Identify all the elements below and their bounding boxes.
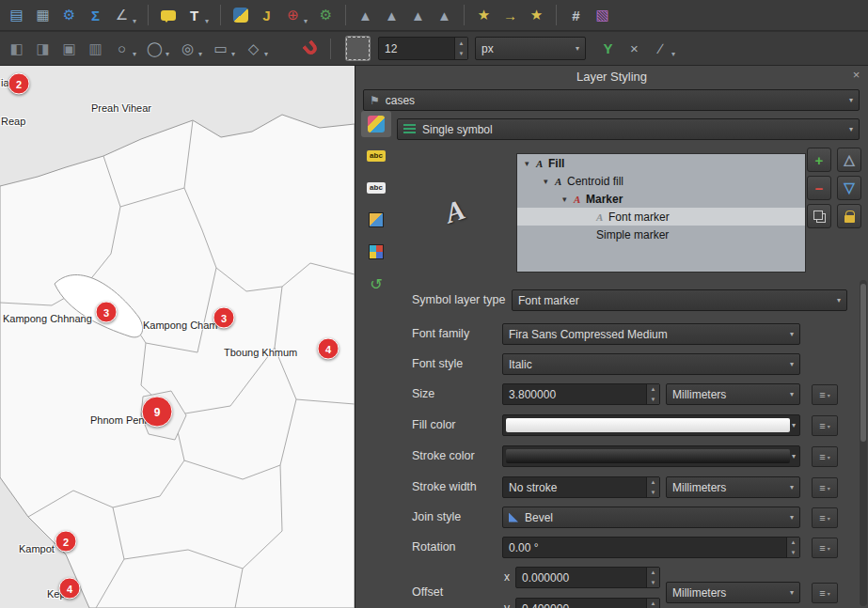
line-tool-icon[interactable]: ∕ [649,37,672,60]
options-gear-icon[interactable]: ⚙ [57,4,81,27]
diagram-options-icon[interactable]: ▲ [433,4,456,27]
data-defined-override-button[interactable]: ≡▾ [812,538,838,558]
move-up-button[interactable]: △ [837,148,861,172]
labeling-icon[interactable]: ▲ [354,4,377,27]
layer-selector[interactable]: ⚑ cases ▾ [363,89,860,111]
scrollbar-handle[interactable] [860,284,866,442]
rotate-feature-icon[interactable]: ▣ [57,37,81,60]
stroke-width-input[interactable]: No stroke ▲ ▼ [502,476,660,498]
font-family-select[interactable]: Fira Sans Compressed Medium ▾ [502,323,800,345]
case-count-marker[interactable]: 4 [318,338,339,360]
spinner-steppers[interactable]: ▲ ▼ [646,568,659,587]
layout-icon[interactable]: ▧ [591,4,614,27]
copy-move-icon[interactable]: ◨ [31,37,55,60]
annotation-bubble-icon[interactable] [156,4,180,27]
grid-icon[interactable]: # [564,4,588,27]
duplicate-button[interactable] [807,204,831,228]
close-icon[interactable]: × [849,69,863,83]
spin-up-icon[interactable]: ▲ [647,477,659,488]
panel-scrollbar[interactable] [860,280,867,606]
unit-select[interactable]: px ▾ [475,37,586,60]
attribute-table-icon[interactable]: ▦ [31,4,55,27]
case-count-marker[interactable]: 9 [142,397,173,428]
spin-up-icon[interactable]: ▲ [647,384,659,395]
tree-item-marker[interactable]: ▾ A Marker [517,190,805,208]
spin-up-icon[interactable]: ▲ [647,568,659,578]
spinner-steppers[interactable]: ▲ ▼ [786,538,799,557]
expander-icon[interactable]: ▾ [544,177,555,186]
decoration-arrow-icon[interactable]: → [498,4,522,27]
data-defined-override-button[interactable]: ≡▾ [812,446,838,467]
simplify-feature-icon[interactable]: ▥ [84,37,107,60]
labels-tab[interactable]: abc [361,143,391,169]
chevron-down-icon[interactable]: ▾ [671,50,679,58]
offset-x-input[interactable]: 0.000000 ▲ ▼ [515,567,660,588]
mask-tab[interactable]: abc [361,175,391,201]
diagrams-tab[interactable] [361,239,391,265]
font-style-select[interactable]: Italic ▾ [502,353,800,375]
spin-down-icon[interactable]: ▼ [647,395,659,405]
view-3d-tab[interactable] [361,207,391,233]
case-count-marker[interactable]: 2 [55,531,77,553]
join-style-select[interactable]: Bevel ▾ [502,507,800,528]
circle-3p-tool-icon[interactable]: ◯ [143,37,166,60]
data-defined-override-button[interactable]: ≡▾ [812,477,838,498]
symbol-layer-type-select[interactable]: Font marker ▾ [512,289,847,311]
decoration-star-icon[interactable]: ★ [472,4,496,27]
tree-item-font-marker[interactable]: A Font marker [517,208,805,226]
spin-up-icon[interactable]: ▲ [787,538,799,548]
map-canvas[interactable]: ia Reap Preah Vihear Kampong Chhnang Kam… [0,66,355,608]
case-count-marker[interactable]: 3 [213,307,235,329]
spinner-steppers[interactable]: ▲ ▼ [646,384,659,404]
data-defined-override-button[interactable]: ≡▾ [812,415,838,436]
size-unit-select[interactable]: Millimeters ▾ [666,383,800,405]
renderer-select[interactable]: Single symbol ▾ [397,118,860,140]
chevron-down-icon[interactable]: ▾ [205,17,213,25]
case-count-marker[interactable]: 4 [59,578,81,600]
move-down-button[interactable]: ▽ [837,176,861,200]
snapping-magnet-icon[interactable] [299,37,323,60]
chevron-down-icon[interactable]: ▾ [133,50,140,58]
log-book-icon[interactable]: ▤ [5,4,28,27]
statistical-summary-icon[interactable]: Σ [84,4,107,27]
spinner-steppers[interactable]: ▲ ▼ [646,477,659,497]
chevron-down-icon[interactable]: ▾ [231,50,239,58]
text-annotation-icon[interactable]: T [182,4,206,27]
ellipse-tool-icon[interactable]: ◎ [176,37,199,60]
spin-down-icon[interactable]: ▼ [787,548,799,558]
chevron-down-icon[interactable]: ▾ [198,50,206,58]
rotation-input[interactable]: 0.00 ° ▲ ▼ [502,537,800,558]
fill-color-button[interactable]: ▾ [502,414,800,436]
decoration-star-2-icon[interactable]: ★ [525,4,548,27]
expander-icon[interactable]: ▾ [562,195,574,204]
clear-icon[interactable]: × [623,37,646,60]
chevron-down-icon[interactable]: ▾ [264,50,272,58]
stroke-color-button[interactable]: ▾ [502,445,800,467]
python-console-icon[interactable] [229,4,252,27]
live-update-toggle[interactable] [346,37,370,60]
remove-symbol-layer-button[interactable]: − [807,176,831,200]
lock-color-button[interactable] [837,204,861,228]
chevron-down-icon[interactable]: ▾ [166,50,173,58]
symbol-layers-tree[interactable]: ▾ A Fill ▾ A Centroid fill ▾ A Marker A … [516,153,806,273]
spin-up-icon[interactable]: ▲ [647,599,659,608]
chevron-down-icon[interactable]: ▾ [133,17,140,25]
vertex-tool-icon[interactable]: Y [596,37,620,60]
labeling-options-icon[interactable]: ▲ [380,4,403,27]
processing-toolbox-icon[interactable]: ⚙ [314,4,338,27]
move-feature-icon[interactable]: ◧ [5,37,28,60]
tree-item-centroid-fill[interactable]: ▾ A Centroid fill [517,172,805,190]
spin-down-icon[interactable]: ▼ [455,49,467,60]
size-input[interactable]: 3.800000 ▲ ▼ [502,383,660,405]
circle-tool-icon[interactable]: ○ [110,37,134,60]
font-size-input[interactable]: 12 ▲ ▼ [378,37,468,60]
case-count-marker[interactable]: 3 [96,302,118,323]
tree-item-fill[interactable]: ▾ A Fill [517,154,805,172]
add-symbol-layer-button[interactable]: + [807,148,831,172]
spin-down-icon[interactable]: ▼ [647,578,659,588]
stroke-width-unit-select[interactable]: Millimeters ▾ [666,476,800,498]
regular-polygon-tool-icon[interactable]: ◇ [242,37,265,60]
spinner-steppers[interactable]: ▲ ▼ [454,38,467,59]
rectangle-tool-icon[interactable]: ▭ [209,37,232,60]
spin-up-icon[interactable]: ▲ [455,38,467,49]
